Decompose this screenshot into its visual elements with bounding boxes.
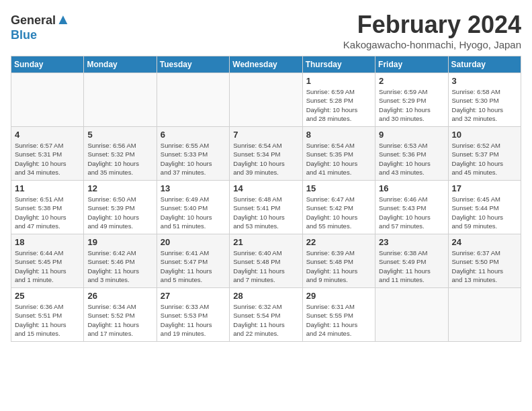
day-info: Sunrise: 6:38 AM Sunset: 5:49 PM Dayligh… <box>379 248 444 284</box>
day-info: Sunrise: 6:57 AM Sunset: 5:31 PM Dayligh… <box>15 141 80 177</box>
day-info: Sunrise: 6:37 AM Sunset: 5:50 PM Dayligh… <box>452 248 517 284</box>
day-info: Sunrise: 6:59 AM Sunset: 5:29 PM Dayligh… <box>379 87 444 123</box>
calendar-cell: 20Sunrise: 6:41 AM Sunset: 5:47 PM Dayli… <box>157 234 229 288</box>
calendar-cell: 21Sunrise: 6:40 AM Sunset: 5:48 PM Dayli… <box>230 234 302 288</box>
calendar-cell: 12Sunrise: 6:50 AM Sunset: 5:39 PM Dayli… <box>84 181 157 234</box>
day-info: Sunrise: 6:52 AM Sunset: 5:37 PM Dayligh… <box>452 141 517 177</box>
day-info: Sunrise: 6:41 AM Sunset: 5:47 PM Dayligh… <box>161 248 226 284</box>
day-number: 8 <box>306 130 371 140</box>
calendar-cell: 18Sunrise: 6:44 AM Sunset: 5:45 PM Dayli… <box>11 234 84 288</box>
weekday-header-sunday: Sunday <box>11 56 84 73</box>
day-number: 3 <box>452 76 517 86</box>
calendar-cell: 19Sunrise: 6:42 AM Sunset: 5:46 PM Dayli… <box>84 234 157 288</box>
day-number: 22 <box>306 237 371 247</box>
day-info: Sunrise: 6:40 AM Sunset: 5:48 PM Dayligh… <box>233 248 298 284</box>
calendar-cell: 10Sunrise: 6:52 AM Sunset: 5:37 PM Dayli… <box>448 127 521 181</box>
day-number: 16 <box>379 183 444 193</box>
calendar-cell: 16Sunrise: 6:46 AM Sunset: 5:43 PM Dayli… <box>375 181 448 234</box>
weekday-header-wednesday: Wednesday <box>230 56 302 73</box>
day-info: Sunrise: 6:49 AM Sunset: 5:40 PM Dayligh… <box>161 195 226 230</box>
day-info: Sunrise: 6:48 AM Sunset: 5:41 PM Dayligh… <box>233 195 298 230</box>
day-number: 28 <box>233 291 298 301</box>
logo-text-general: General <box>11 13 56 27</box>
day-number: 10 <box>452 130 517 140</box>
calendar-cell <box>375 288 448 342</box>
day-number: 26 <box>87 291 152 301</box>
calendar-table: SundayMondayTuesdayWednesdayThursdayFrid… <box>11 56 521 342</box>
day-number: 25 <box>15 291 80 301</box>
day-info: Sunrise: 6:39 AM Sunset: 5:48 PM Dayligh… <box>306 248 371 284</box>
day-number: 6 <box>161 130 226 140</box>
day-number: 2 <box>379 76 444 86</box>
day-number: 24 <box>452 237 517 247</box>
calendar-cell: 2Sunrise: 6:59 AM Sunset: 5:29 PM Daylig… <box>375 73 448 127</box>
day-number: 21 <box>233 237 298 247</box>
day-info: Sunrise: 6:31 AM Sunset: 5:55 PM Dayligh… <box>306 302 371 338</box>
day-number: 1 <box>306 76 371 86</box>
calendar-cell: 23Sunrise: 6:38 AM Sunset: 5:49 PM Dayli… <box>375 234 448 288</box>
calendar-cell: 26Sunrise: 6:34 AM Sunset: 5:52 PM Dayli… <box>84 288 157 342</box>
calendar-cell: 27Sunrise: 6:33 AM Sunset: 5:53 PM Dayli… <box>157 288 229 342</box>
calendar-cell: 17Sunrise: 6:45 AM Sunset: 5:44 PM Dayli… <box>448 181 521 234</box>
day-number: 11 <box>15 183 80 193</box>
calendar-subtitle: Kakogawacho-honmachi, Hyogo, Japan <box>343 39 521 50</box>
day-info: Sunrise: 6:46 AM Sunset: 5:43 PM Dayligh… <box>379 195 444 230</box>
day-number: 12 <box>87 183 152 193</box>
weekday-header-thursday: Thursday <box>302 56 375 73</box>
calendar-cell: 14Sunrise: 6:48 AM Sunset: 5:41 PM Dayli… <box>230 181 302 234</box>
day-info: Sunrise: 6:55 AM Sunset: 5:33 PM Dayligh… <box>161 141 226 177</box>
calendar-cell: 15Sunrise: 6:47 AM Sunset: 5:42 PM Dayli… <box>302 181 375 234</box>
logo-text-blue: Blue <box>11 28 37 42</box>
day-info: Sunrise: 6:58 AM Sunset: 5:30 PM Dayligh… <box>452 87 517 123</box>
weekday-header-monday: Monday <box>84 56 157 73</box>
calendar-cell: 9Sunrise: 6:53 AM Sunset: 5:36 PM Daylig… <box>375 127 448 181</box>
day-number: 5 <box>87 130 152 140</box>
calendar-cell <box>84 73 157 127</box>
calendar-cell <box>230 73 302 127</box>
week-row-1: 1Sunrise: 6:59 AM Sunset: 5:28 PM Daylig… <box>11 73 521 127</box>
day-number: 27 <box>161 291 226 301</box>
day-number: 9 <box>379 130 444 140</box>
day-info: Sunrise: 6:34 AM Sunset: 5:52 PM Dayligh… <box>87 302 152 338</box>
calendar-cell: 1Sunrise: 6:59 AM Sunset: 5:28 PM Daylig… <box>302 73 375 127</box>
day-info: Sunrise: 6:32 AM Sunset: 5:54 PM Dayligh… <box>233 302 298 338</box>
day-number: 18 <box>15 237 80 247</box>
weekday-header-friday: Friday <box>375 56 448 73</box>
day-number: 4 <box>15 130 80 140</box>
title-section: February 2024 Kakogawacho-honmachi, Hyog… <box>343 11 521 50</box>
day-number: 17 <box>452 183 517 193</box>
calendar-cell: 11Sunrise: 6:51 AM Sunset: 5:38 PM Dayli… <box>11 181 84 234</box>
day-info: Sunrise: 6:45 AM Sunset: 5:44 PM Dayligh… <box>452 195 517 230</box>
day-info: Sunrise: 6:44 AM Sunset: 5:45 PM Dayligh… <box>15 248 80 284</box>
weekday-header-tuesday: Tuesday <box>157 56 229 73</box>
day-number: 15 <box>306 183 371 193</box>
calendar-cell: 4Sunrise: 6:57 AM Sunset: 5:31 PM Daylig… <box>11 127 84 181</box>
day-number: 23 <box>379 237 444 247</box>
day-info: Sunrise: 6:36 AM Sunset: 5:51 PM Dayligh… <box>15 302 80 338</box>
calendar-cell <box>448 288 521 342</box>
calendar-cell: 3Sunrise: 6:58 AM Sunset: 5:30 PM Daylig… <box>448 73 521 127</box>
logo-bird-icon: ▲ <box>56 11 71 28</box>
day-number: 13 <box>161 183 226 193</box>
day-info: Sunrise: 6:42 AM Sunset: 5:46 PM Dayligh… <box>87 248 152 284</box>
calendar-cell: 8Sunrise: 6:54 AM Sunset: 5:35 PM Daylig… <box>302 127 375 181</box>
day-info: Sunrise: 6:56 AM Sunset: 5:32 PM Dayligh… <box>87 141 152 177</box>
calendar-cell: 28Sunrise: 6:32 AM Sunset: 5:54 PM Dayli… <box>230 288 302 342</box>
page-header: General▲ Blue February 2024 Kakogawacho-… <box>11 11 521 50</box>
calendar-cell: 24Sunrise: 6:37 AM Sunset: 5:50 PM Dayli… <box>448 234 521 288</box>
week-row-3: 11Sunrise: 6:51 AM Sunset: 5:38 PM Dayli… <box>11 181 521 234</box>
day-number: 14 <box>233 183 298 193</box>
day-info: Sunrise: 6:51 AM Sunset: 5:38 PM Dayligh… <box>15 195 80 230</box>
weekday-header-saturday: Saturday <box>448 56 521 73</box>
day-number: 7 <box>233 130 298 140</box>
day-info: Sunrise: 6:47 AM Sunset: 5:42 PM Dayligh… <box>306 195 371 230</box>
calendar-cell: 6Sunrise: 6:55 AM Sunset: 5:33 PM Daylig… <box>157 127 229 181</box>
calendar-cell: 25Sunrise: 6:36 AM Sunset: 5:51 PM Dayli… <box>11 288 84 342</box>
day-info: Sunrise: 6:59 AM Sunset: 5:28 PM Dayligh… <box>306 87 371 123</box>
day-info: Sunrise: 6:54 AM Sunset: 5:34 PM Dayligh… <box>233 141 298 177</box>
calendar-cell: 22Sunrise: 6:39 AM Sunset: 5:48 PM Dayli… <box>302 234 375 288</box>
calendar-cell: 5Sunrise: 6:56 AM Sunset: 5:32 PM Daylig… <box>84 127 157 181</box>
calendar-title: February 2024 <box>343 11 521 39</box>
week-row-5: 25Sunrise: 6:36 AM Sunset: 5:51 PM Dayli… <box>11 288 521 342</box>
day-info: Sunrise: 6:54 AM Sunset: 5:35 PM Dayligh… <box>306 141 371 177</box>
